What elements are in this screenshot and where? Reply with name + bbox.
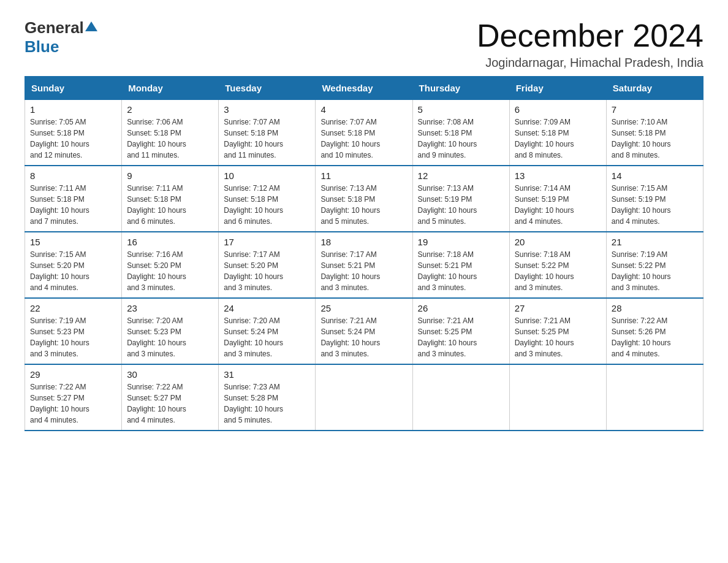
day-info: Sunrise: 7:11 AM Sunset: 5:18 PM Dayligh…	[30, 183, 116, 227]
day-info: Sunrise: 7:09 AM Sunset: 5:18 PM Dayligh…	[515, 117, 601, 161]
day-info: Sunrise: 7:18 AM Sunset: 5:21 PM Dayligh…	[418, 249, 504, 293]
day-number: 24	[224, 303, 310, 313]
calendar-week-2: 8 Sunrise: 7:11 AM Sunset: 5:18 PM Dayli…	[25, 166, 703, 232]
weekday-row: SundayMondayTuesdayWednesdayThursdayFrid…	[25, 77, 703, 100]
weekday-header-thursday: Thursday	[412, 77, 509, 100]
day-info: Sunrise: 7:15 AM Sunset: 5:20 PM Dayligh…	[30, 249, 116, 293]
calendar-cell: 27 Sunrise: 7:21 AM Sunset: 5:25 PM Dayl…	[509, 298, 606, 364]
day-info: Sunrise: 7:05 AM Sunset: 5:18 PM Dayligh…	[30, 117, 116, 161]
day-number: 18	[320, 237, 407, 247]
day-number: 12	[418, 170, 504, 181]
day-number: 1	[30, 104, 116, 115]
calendar-cell: 11 Sunrise: 7:13 AM Sunset: 5:18 PM Dayl…	[316, 166, 412, 232]
day-number: 27	[515, 303, 601, 313]
day-info: Sunrise: 7:07 AM Sunset: 5:18 PM Dayligh…	[320, 117, 407, 161]
calendar-cell: 1 Sunrise: 7:05 AM Sunset: 5:18 PM Dayli…	[25, 100, 122, 166]
calendar-week-4: 22 Sunrise: 7:19 AM Sunset: 5:23 PM Dayl…	[25, 298, 703, 364]
day-info: Sunrise: 7:22 AM Sunset: 5:27 PM Dayligh…	[30, 381, 116, 426]
calendar-cell: 12 Sunrise: 7:13 AM Sunset: 5:19 PM Dayl…	[412, 166, 509, 232]
day-info: Sunrise: 7:19 AM Sunset: 5:23 PM Dayligh…	[30, 315, 116, 359]
calendar-cell: 3 Sunrise: 7:07 AM Sunset: 5:18 PM Dayli…	[219, 100, 316, 166]
calendar-cell	[412, 364, 509, 431]
calendar-cell: 19 Sunrise: 7:18 AM Sunset: 5:21 PM Dayl…	[412, 232, 509, 298]
calendar-week-3: 15 Sunrise: 7:15 AM Sunset: 5:20 PM Dayl…	[25, 232, 703, 298]
calendar-cell	[509, 364, 606, 431]
day-number: 29	[30, 369, 116, 380]
day-number: 10	[224, 170, 310, 181]
calendar-cell: 14 Sunrise: 7:15 AM Sunset: 5:19 PM Dayl…	[606, 166, 703, 232]
day-number: 13	[515, 170, 601, 181]
day-info: Sunrise: 7:14 AM Sunset: 5:19 PM Dayligh…	[515, 183, 601, 227]
day-info: Sunrise: 7:11 AM Sunset: 5:18 PM Dayligh…	[127, 183, 213, 227]
day-info: Sunrise: 7:20 AM Sunset: 5:23 PM Dayligh…	[127, 315, 213, 359]
calendar-cell	[316, 364, 412, 431]
day-info: Sunrise: 7:13 AM Sunset: 5:18 PM Dayligh…	[320, 183, 407, 227]
calendar-table: SundayMondayTuesdayWednesdayThursdayFrid…	[25, 76, 703, 431]
day-info: Sunrise: 7:12 AM Sunset: 5:18 PM Dayligh…	[224, 183, 310, 227]
day-info: Sunrise: 7:10 AM Sunset: 5:18 PM Dayligh…	[612, 117, 698, 161]
calendar-body: 1 Sunrise: 7:05 AM Sunset: 5:18 PM Dayli…	[25, 100, 703, 431]
calendar-cell	[606, 364, 703, 431]
calendar-cell: 4 Sunrise: 7:07 AM Sunset: 5:18 PM Dayli…	[316, 100, 412, 166]
calendar-cell: 18 Sunrise: 7:17 AM Sunset: 5:21 PM Dayl…	[316, 232, 412, 298]
logo-general-text: General	[25, 18, 84, 37]
day-info: Sunrise: 7:17 AM Sunset: 5:21 PM Dayligh…	[320, 249, 407, 293]
day-info: Sunrise: 7:13 AM Sunset: 5:19 PM Dayligh…	[418, 183, 504, 227]
weekday-header-saturday: Saturday	[606, 77, 703, 100]
day-number: 19	[418, 237, 504, 247]
weekday-header-sunday: Sunday	[25, 77, 122, 100]
location-subtitle: Jogindarnagar, Himachal Pradesh, India	[477, 56, 703, 70]
day-number: 16	[127, 237, 213, 247]
calendar-week-1: 1 Sunrise: 7:05 AM Sunset: 5:18 PM Dayli…	[25, 100, 703, 166]
header: General Blue December 2024 Jogindarnagar…	[25, 18, 703, 70]
day-info: Sunrise: 7:19 AM Sunset: 5:22 PM Dayligh…	[612, 249, 698, 293]
calendar-header: SundayMondayTuesdayWednesdayThursdayFrid…	[25, 77, 703, 100]
day-number: 28	[612, 303, 698, 313]
day-info: Sunrise: 7:21 AM Sunset: 5:25 PM Dayligh…	[418, 315, 504, 359]
day-number: 17	[224, 237, 310, 247]
calendar-cell: 9 Sunrise: 7:11 AM Sunset: 5:18 PM Dayli…	[122, 166, 219, 232]
calendar-cell: 30 Sunrise: 7:22 AM Sunset: 5:27 PM Dayl…	[122, 364, 219, 431]
day-info: Sunrise: 7:06 AM Sunset: 5:18 PM Dayligh…	[127, 117, 213, 161]
day-info: Sunrise: 7:22 AM Sunset: 5:27 PM Dayligh…	[127, 381, 213, 426]
day-info: Sunrise: 7:22 AM Sunset: 5:26 PM Dayligh…	[612, 315, 698, 359]
day-number: 25	[320, 303, 407, 313]
day-number: 31	[224, 369, 310, 380]
day-info: Sunrise: 7:08 AM Sunset: 5:18 PM Dayligh…	[418, 117, 504, 161]
day-info: Sunrise: 7:17 AM Sunset: 5:20 PM Dayligh…	[224, 249, 310, 293]
day-info: Sunrise: 7:18 AM Sunset: 5:22 PM Dayligh…	[515, 249, 601, 293]
day-number: 7	[612, 104, 698, 115]
day-number: 3	[224, 104, 310, 115]
weekday-header-friday: Friday	[509, 77, 606, 100]
calendar-cell: 2 Sunrise: 7:06 AM Sunset: 5:18 PM Dayli…	[122, 100, 219, 166]
day-number: 20	[515, 237, 601, 247]
calendar-cell: 5 Sunrise: 7:08 AM Sunset: 5:18 PM Dayli…	[412, 100, 509, 166]
calendar-cell: 28 Sunrise: 7:22 AM Sunset: 5:26 PM Dayl…	[606, 298, 703, 364]
day-number: 14	[612, 170, 698, 181]
calendar-cell: 23 Sunrise: 7:20 AM Sunset: 5:23 PM Dayl…	[122, 298, 219, 364]
day-number: 2	[127, 104, 213, 115]
calendar-cell: 15 Sunrise: 7:15 AM Sunset: 5:20 PM Dayl…	[25, 232, 122, 298]
calendar-cell: 6 Sunrise: 7:09 AM Sunset: 5:18 PM Dayli…	[509, 100, 606, 166]
day-number: 30	[127, 369, 213, 380]
day-info: Sunrise: 7:21 AM Sunset: 5:25 PM Dayligh…	[515, 315, 601, 359]
calendar-cell: 29 Sunrise: 7:22 AM Sunset: 5:27 PM Dayl…	[25, 364, 122, 431]
day-info: Sunrise: 7:15 AM Sunset: 5:19 PM Dayligh…	[612, 183, 698, 227]
day-number: 15	[30, 237, 116, 247]
day-info: Sunrise: 7:07 AM Sunset: 5:18 PM Dayligh…	[224, 117, 310, 161]
calendar-cell: 31 Sunrise: 7:23 AM Sunset: 5:28 PM Dayl…	[219, 364, 316, 431]
weekday-header-monday: Monday	[122, 77, 219, 100]
logo-text: General	[25, 18, 99, 37]
day-number: 8	[30, 170, 116, 181]
day-number: 4	[320, 104, 407, 115]
logo-triangle-icon	[85, 21, 97, 31]
calendar-cell: 20 Sunrise: 7:18 AM Sunset: 5:22 PM Dayl…	[509, 232, 606, 298]
calendar-cell: 24 Sunrise: 7:20 AM Sunset: 5:24 PM Dayl…	[219, 298, 316, 364]
day-number: 26	[418, 303, 504, 313]
calendar-cell: 13 Sunrise: 7:14 AM Sunset: 5:19 PM Dayl…	[509, 166, 606, 232]
title-area: December 2024 Jogindarnagar, Himachal Pr…	[477, 18, 703, 70]
day-number: 5	[418, 104, 504, 115]
calendar-cell: 10 Sunrise: 7:12 AM Sunset: 5:18 PM Dayl…	[219, 166, 316, 232]
day-number: 22	[30, 303, 116, 313]
calendar-cell: 17 Sunrise: 7:17 AM Sunset: 5:20 PM Dayl…	[219, 232, 316, 298]
